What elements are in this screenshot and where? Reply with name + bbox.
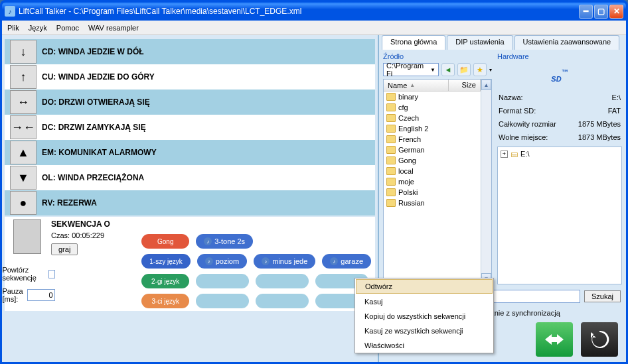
play-button[interactable]: graj (51, 243, 78, 255)
chevron-down-icon[interactable]: ▾ (489, 67, 492, 73)
favorite-icon[interactable]: ★ (473, 63, 487, 76)
folder-item[interactable]: Czech (384, 113, 481, 123)
folder-name: German (398, 146, 425, 154)
event-row[interactable]: ▲EM: KOMUNIKAT ALARMOWY (5, 140, 375, 165)
event-row[interactable]: ●RV: REZERWA (5, 190, 375, 215)
folder-item[interactable]: English 2 (384, 123, 481, 134)
menu-language[interactable]: Język (29, 24, 47, 32)
app-icon: ♪ (5, 6, 15, 17)
up-folder-icon[interactable]: 📁 (457, 63, 471, 76)
folder-icon (386, 156, 396, 164)
cm-copy-all[interactable]: Kopiuj do wszystkich sekwencji (355, 309, 493, 324)
folder-icon (386, 93, 396, 101)
maximize-button[interactable]: ▢ (594, 5, 608, 19)
menu-help[interactable]: Pomoc (56, 24, 79, 32)
tree-drive-label[interactable]: E:\ (520, 150, 529, 158)
note-icon: ♪ (330, 257, 338, 265)
sequence-title: SEKWENCJA O (51, 219, 136, 229)
folder-item[interactable]: Russian (384, 198, 481, 208)
cm-play[interactable]: Odtwórz (356, 279, 493, 294)
chip-empty[interactable] (196, 274, 249, 288)
menu-wav-resampler[interactable]: WAV resampler (88, 24, 139, 32)
col-size[interactable]: Size (449, 80, 481, 91)
refresh-icon (588, 328, 611, 351)
drive-tree[interactable]: + 🖴 E:\ (497, 147, 622, 284)
sequence-icon (13, 219, 41, 254)
drive-icon: 🖴 (510, 150, 518, 158)
event-icon: ↓ (10, 40, 37, 64)
event-label: EM: KOMUNIKAT ALARMOWY (42, 148, 157, 157)
event-row[interactable]: ↔DO: DRZWI OTWIERAJĄ SIĘ (5, 90, 375, 115)
folder-icon (386, 199, 396, 207)
chip-poziom[interactable]: ♪poziom (197, 254, 247, 269)
folder-item[interactable]: Gong (384, 155, 481, 166)
chip-lang1[interactable]: 1-szy język (141, 254, 190, 269)
sort-asc-icon: ▲ (410, 82, 415, 88)
content-area: ↓CD: WINDA JEDZIE W DÓŁ↑CU: WINDA JEDZIE… (2, 35, 626, 362)
titlebar[interactable]: ♪ LiftCall Talker - C:\Program Files\Lif… (2, 2, 626, 21)
close-button[interactable]: ✕ (609, 5, 623, 19)
sequence-time: Czas: 00:05:229 (51, 231, 136, 239)
source-column: Źródło C:\Program Fi▼ ◄ 📁 ★ ▾ (383, 52, 492, 284)
sequence-section: Powtórz sekwencję Pauza [ms]: SEKWENCJA … (5, 217, 375, 311)
back-icon[interactable]: ◄ (441, 63, 455, 76)
scroll-up-icon[interactable]: ▲ (481, 80, 491, 90)
chip-gong[interactable]: Gong (141, 234, 189, 249)
tab-advanced[interactable]: Ustawienia zaawansowane (514, 35, 620, 50)
chevron-down-icon: ▼ (430, 67, 435, 73)
folder-name: Gong (398, 156, 416, 164)
folder-icon (386, 125, 396, 133)
folder-name: local (398, 167, 414, 175)
folder-item[interactable]: moje (384, 176, 481, 187)
folder-icon (386, 178, 396, 186)
event-label: DC: DRZWI ZAMYKAJĄ SIĘ (42, 123, 146, 132)
pause-label: Pauza [ms]: (2, 287, 23, 303)
chip-minus[interactable]: ♪minus jede (254, 254, 315, 269)
path-combo[interactable]: C:\Program Fi▼ (383, 63, 439, 76)
event-row[interactable]: →←DC: DRZWI ZAMYKAJĄ SIĘ (5, 115, 375, 140)
chip-3tone[interactable]: ♪3-tone 2s (196, 234, 253, 249)
event-row[interactable]: ↑CU: WINDA JEDZIE DO GÓRY (5, 64, 375, 90)
context-menu: Odtwórz Kasuj Kopiuj do wszystkich sekwe… (354, 278, 494, 353)
chip-lang3[interactable]: 3-ci język (141, 294, 189, 308)
cm-delete[interactable]: Kasuj (355, 294, 493, 309)
event-row[interactable]: ▼OL: WINDA PRZECIĄŻONA (5, 165, 375, 190)
hw-size-label: Całkowity rozmiar (499, 120, 556, 128)
hw-format-label: Format SD: (499, 107, 536, 115)
chip-empty[interactable] (256, 274, 309, 288)
folder-item[interactable]: German (384, 145, 481, 155)
chip-empty[interactable] (196, 294, 249, 308)
menu-file[interactable]: Plik (7, 24, 19, 32)
col-name[interactable]: Name ▲ (384, 80, 449, 91)
minimize-button[interactable]: ━ (579, 5, 593, 19)
chip-empty[interactable] (256, 294, 309, 308)
expand-icon[interactable]: + (501, 151, 508, 158)
repeat-label: Powtórz sekwencję (2, 266, 44, 282)
folder-item[interactable]: binary (384, 91, 481, 102)
search-button[interactable]: Szukaj (584, 290, 621, 302)
cm-delete-all[interactable]: Kasuj ze wszystkich sekwencji (355, 324, 493, 338)
folder-name: English 2 (398, 125, 428, 133)
scrollbar[interactable]: ▲ ▼ (481, 80, 491, 284)
sync-button[interactable] (536, 322, 573, 357)
left-panel: ↓CD: WINDA JEDZIE W DÓŁ↑CU: WINDA JEDZIE… (2, 35, 378, 362)
folder-name: French (398, 135, 421, 143)
note-icon: ♪ (205, 257, 213, 265)
folder-icon (386, 188, 396, 196)
folder-item[interactable]: Polski (384, 187, 481, 198)
sd-logo-icon: SD™ (497, 68, 622, 86)
event-icon: ▼ (10, 166, 37, 190)
folder-item[interactable]: French (384, 134, 481, 145)
hw-name-label: Nazwa: (499, 93, 523, 101)
event-icon: ↔ (10, 90, 37, 114)
event-label: RV: REZERWA (42, 198, 97, 208)
folder-item[interactable]: local (384, 166, 481, 176)
event-row[interactable]: ↓CD: WINDA JEDZIE W DÓŁ (5, 39, 375, 64)
folder-item[interactable]: cfg (384, 102, 481, 113)
refresh-button[interactable] (581, 322, 618, 357)
chip-garaze[interactable]: ♪garaze (322, 254, 371, 269)
tab-dip[interactable]: DIP ustawienia (447, 35, 512, 50)
tab-main[interactable]: Strona główna (382, 35, 445, 50)
chip-lang2[interactable]: 2-gi język (141, 274, 189, 288)
cm-properties[interactable]: Właściwości (355, 338, 493, 353)
